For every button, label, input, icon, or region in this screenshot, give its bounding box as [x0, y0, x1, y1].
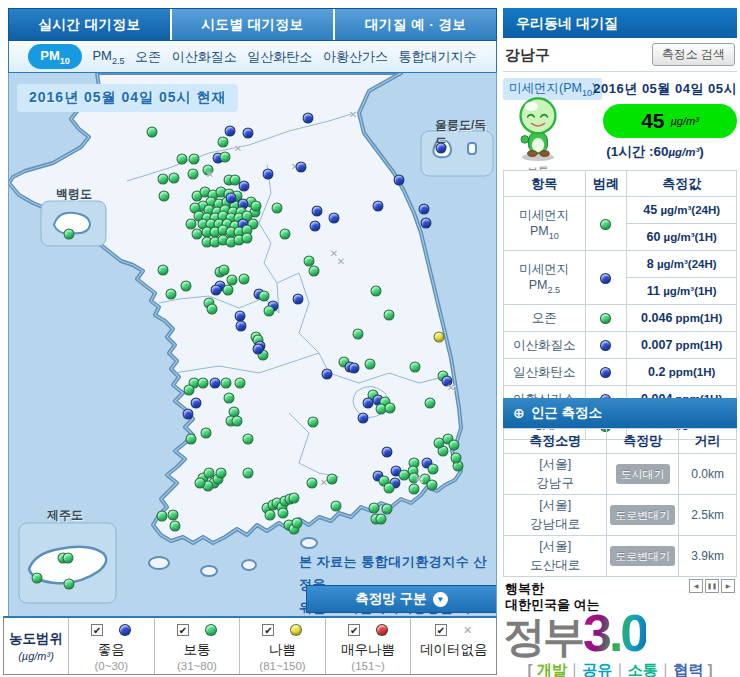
station-marker[interactable] [371, 286, 382, 297]
station-marker-nodata[interactable]: ✕ [234, 143, 242, 154]
station-marker[interactable] [259, 291, 270, 302]
station-marker[interactable] [263, 169, 274, 180]
station-marker[interactable] [170, 521, 181, 532]
station-marker[interactable] [428, 464, 439, 475]
carousel-button[interactable]: ❚❚ [705, 579, 719, 593]
station-marker[interactable] [369, 503, 380, 514]
pollutant-tab[interactable]: PM2.5 [92, 48, 124, 66]
station-marker[interactable] [223, 285, 234, 296]
station-marker[interactable] [159, 191, 170, 202]
station-marker[interactable] [183, 409, 194, 420]
station-marker[interactable] [296, 162, 307, 173]
station-marker[interactable] [308, 417, 319, 428]
station-marker[interactable] [331, 501, 342, 512]
station-marker[interactable] [211, 285, 222, 296]
station-marker-nodata[interactable]: ✕ [415, 474, 423, 485]
station-marker[interactable] [158, 174, 169, 185]
main-tab[interactable]: 대기질 예 · 경보 [335, 9, 496, 40]
station-marker[interactable] [32, 573, 43, 584]
network-type-button[interactable]: 측정망 구분 ▼ [306, 585, 497, 613]
station-marker[interactable] [166, 289, 177, 300]
station-marker[interactable] [201, 428, 212, 439]
pollutant-tab[interactable]: 아황산가스 [323, 48, 388, 66]
station-marker[interactable] [210, 378, 221, 389]
station-marker[interactable] [451, 453, 462, 464]
pollutant-tab[interactable]: 통합대기지수 [399, 48, 477, 66]
station-marker[interactable] [232, 416, 243, 427]
station-marker[interactable] [239, 274, 250, 285]
korea-air-quality-map[interactable]: 2016년 05월 04일 05시 현재 울릉도/독도 백령도 제주도 ✕✕✕✕… [8, 73, 497, 616]
station-marker[interactable] [224, 393, 235, 404]
station-marker[interactable] [427, 480, 438, 491]
station-marker-nodata[interactable]: ✕ [447, 382, 455, 393]
station-marker[interactable] [449, 440, 460, 451]
station-marker[interactable] [322, 369, 333, 380]
pollutant-tab[interactable]: 이산화질소 [172, 48, 237, 66]
station-marker[interactable] [289, 493, 300, 504]
station-marker[interactable] [434, 332, 445, 343]
station-marker[interactable] [242, 233, 253, 244]
station-marker[interactable] [64, 229, 75, 240]
station-marker[interactable] [177, 154, 188, 165]
station-marker[interactable] [278, 508, 289, 519]
station-marker[interactable] [195, 478, 206, 489]
station-marker[interactable] [158, 265, 169, 276]
station-marker[interactable] [293, 294, 304, 305]
legend-checkbox[interactable]: ✔ [262, 624, 274, 636]
station-marker[interactable] [220, 152, 231, 163]
station-marker[interactable] [191, 398, 202, 409]
station-marker[interactable] [227, 275, 238, 286]
station-marker[interactable] [272, 203, 283, 214]
station-marker[interactable] [327, 474, 338, 485]
station-marker[interactable] [235, 378, 246, 389]
station-marker[interactable] [385, 403, 396, 414]
station-marker[interactable] [436, 143, 447, 154]
station-marker[interactable] [382, 447, 393, 458]
nearby-station-row[interactable]: [서울]강남구도시대기0.0km [504, 454, 737, 495]
station-search-button[interactable]: 측정소 검색 [652, 43, 735, 66]
station-marker[interactable] [309, 266, 320, 277]
station-marker[interactable] [329, 213, 340, 224]
station-marker[interactable] [421, 218, 432, 229]
station-marker[interactable] [186, 434, 197, 445]
station-marker[interactable] [303, 113, 314, 124]
station-marker[interactable] [147, 127, 158, 138]
station-marker[interactable] [253, 344, 264, 355]
station-marker[interactable] [365, 359, 376, 370]
station-marker[interactable] [243, 468, 254, 479]
pollutant-tab[interactable]: 일산화탄소 [247, 48, 312, 66]
station-marker[interactable] [310, 221, 321, 232]
station-marker[interactable] [349, 363, 360, 374]
station-marker[interactable] [307, 478, 318, 489]
station-marker[interactable] [425, 398, 436, 409]
station-marker[interactable] [376, 514, 387, 525]
station-marker[interactable] [239, 181, 250, 192]
station-marker-nodata[interactable]: ✕ [349, 109, 357, 120]
station-marker[interactable] [218, 137, 229, 148]
station-marker[interactable] [409, 484, 420, 495]
station-marker[interactable] [265, 510, 276, 521]
station-marker[interactable] [216, 468, 227, 479]
legend-checkbox[interactable]: ✔ [177, 624, 189, 636]
main-tab[interactable]: 시도별 대기정보 [172, 9, 335, 40]
main-tab[interactable]: 실시간 대기정보 [9, 9, 172, 40]
station-marker[interactable] [236, 321, 247, 332]
station-marker[interactable] [410, 362, 421, 373]
station-marker[interactable] [219, 265, 230, 276]
station-marker[interactable] [382, 504, 393, 515]
station-marker[interactable] [353, 329, 364, 340]
station-marker[interactable] [292, 518, 303, 529]
station-marker[interactable] [188, 169, 199, 180]
station-marker[interactable] [189, 154, 200, 165]
station-marker[interactable] [419, 204, 430, 215]
station-marker[interactable] [169, 173, 180, 184]
station-marker[interactable] [168, 510, 179, 521]
station-marker[interactable] [394, 175, 405, 186]
gov30-banner[interactable]: 행복한 대한민국을 여는 정부3.0 ◀❚❚▶ [ 개발∣공유∣소통∣협력 ] [503, 577, 737, 677]
station-marker[interactable] [243, 434, 254, 445]
carousel-button[interactable]: ◀ [689, 579, 703, 593]
nearby-station-row[interactable]: [서울]도산대로도로변대기3.9km [504, 536, 737, 577]
station-marker[interactable] [221, 378, 232, 389]
station-marker[interactable] [157, 511, 168, 522]
station-marker[interactable] [251, 201, 262, 212]
